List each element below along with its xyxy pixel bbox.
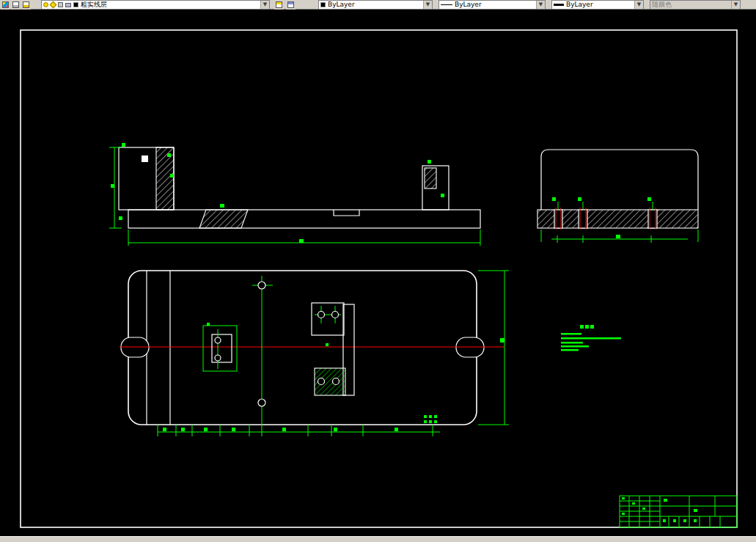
hole[interactable] (215, 337, 221, 343)
section-hatch[interactable] (425, 168, 436, 188)
chevron-down-icon[interactable]: ▼ (634, 1, 643, 9)
chevron-down-icon[interactable]: ▼ (536, 1, 545, 9)
layers-icon (2, 1, 9, 8)
layer-properties-button[interactable] (1, 0, 10, 10)
chevron-down-icon[interactable]: ▼ (731, 1, 740, 9)
hole[interactable] (333, 378, 340, 385)
drawing-canvas[interactable] (0, 10, 756, 536)
linetype-dropdown[interactable]: ByLayer ▼ (438, 0, 546, 10)
plot-style-dropdown[interactable]: 随颜色 ▼ (650, 0, 741, 10)
model-space[interactable] (0, 10, 756, 536)
fastener-slot[interactable] (648, 208, 657, 230)
hole[interactable] (318, 378, 325, 385)
datum-label (424, 415, 437, 423)
dimension-text-marks (500, 338, 504, 343)
layer-plot-printer-icon[interactable] (65, 3, 71, 7)
layer-on-bulb-icon[interactable] (43, 2, 48, 7)
color-value: ByLayer (328, 1, 355, 9)
title-block[interactable] (620, 496, 737, 527)
hole[interactable] (258, 399, 265, 406)
technical-notes-annotation[interactable] (561, 325, 621, 351)
chevron-down-icon[interactable]: ▼ (423, 1, 432, 9)
fastener-slot[interactable] (579, 208, 587, 230)
layer-freeze-sun-icon[interactable] (50, 1, 57, 9)
layer-lock-icon[interactable] (58, 2, 63, 7)
layer-previous-icon (287, 1, 294, 8)
layer-previous-button[interactable] (286, 0, 296, 10)
layer-states-button[interactable] (11, 0, 21, 10)
linetype-sample-icon (441, 4, 452, 5)
cad-window: 粗实线层 ▼ ByLayer ▼ ByLayer ▼ ByLayer ▼ 随颜色… (0, 0, 756, 542)
section-hatch[interactable] (199, 210, 248, 228)
layer-manager-button[interactable] (21, 0, 31, 10)
fastener-slot[interactable] (554, 208, 562, 230)
hole[interactable] (318, 312, 325, 318)
color-dropdown[interactable]: ByLayer ▼ (318, 0, 433, 10)
top-toolbar: 粗实线层 ▼ ByLayer ▼ ByLayer ▼ ByLayer ▼ 随颜色… (0, 0, 756, 10)
layer-name: 粗实线层 (81, 1, 107, 9)
make-layer-current-icon (276, 1, 282, 8)
layer-color-swatch (73, 2, 78, 7)
front-view[interactable] (109, 10, 557, 246)
layer-sheet-icon (12, 1, 19, 8)
section-hatch[interactable] (156, 147, 174, 210)
bottom-bar (0, 536, 756, 542)
clamp-block-right[interactable] (312, 303, 354, 395)
lineweight-dropdown[interactable]: ByLayer ▼ (551, 0, 644, 10)
lineweight-value: ByLayer (566, 1, 593, 9)
hole[interactable] (258, 282, 265, 289)
hole[interactable] (332, 312, 339, 318)
linetype-value: ByLayer (455, 1, 482, 9)
side-view[interactable] (537, 150, 698, 243)
make-object-layer-current-button[interactable] (274, 0, 284, 10)
lineweight-sample-icon (554, 4, 564, 6)
plot-style-value: 随颜色 (652, 1, 672, 9)
layer-sheet2-icon (23, 1, 29, 8)
layer-dropdown[interactable]: 粗实线层 ▼ (41, 0, 270, 10)
plan-view[interactable] (120, 271, 509, 436)
current-color-swatch (320, 2, 326, 7)
hole[interactable] (215, 355, 221, 361)
base-plate-outline[interactable] (128, 271, 477, 425)
drawing-frame (21, 30, 737, 527)
chevron-down-icon[interactable]: ▼ (260, 1, 269, 9)
